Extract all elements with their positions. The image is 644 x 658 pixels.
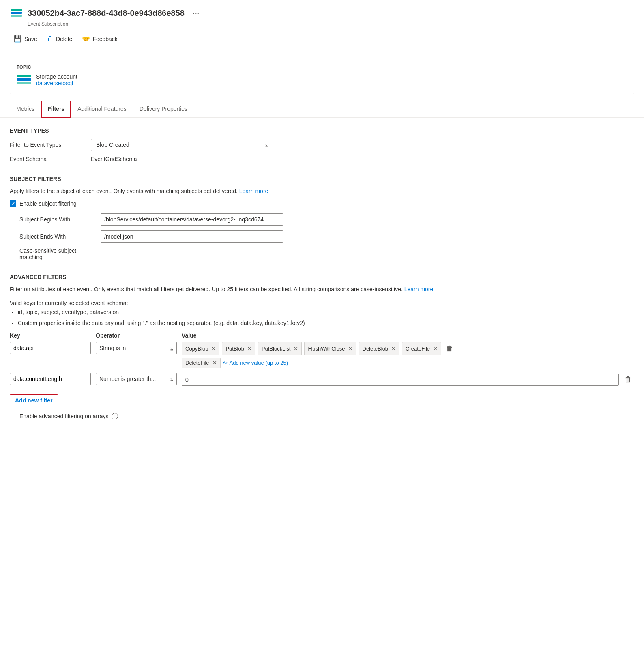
valid-key-item-2: Custom properties inside the data payloa… xyxy=(18,318,634,327)
save-icon: 💾 xyxy=(14,35,22,43)
col-key-header: Key xyxy=(10,332,91,339)
event-schema-value: EventGridSchema xyxy=(91,156,137,162)
save-button[interactable]: 💾 Save xyxy=(10,32,41,45)
event-types-header: EVENT TYPES xyxy=(10,127,634,134)
page-subtitle: Event Subscription xyxy=(28,21,634,27)
subject-begins-with-row: Subject Begins With xyxy=(19,213,634,226)
filter-2-value-input[interactable] xyxy=(182,374,619,386)
page-header: 330052b4-3ac7-888d-43d8-0e943d86e858 ···… xyxy=(0,0,644,51)
tag-putblocklist: PutBlockList ✕ xyxy=(258,342,302,355)
info-icon[interactable]: i xyxy=(112,413,118,419)
topic-type: Storage account xyxy=(36,73,77,80)
add-value-label: Add new value (up to 25) xyxy=(230,360,288,366)
filter-1-value-area: CopyBlob ✕ PutBlob ✕ PutBlockList ✕ Fl xyxy=(182,342,634,368)
tag-putblocklist-label: PutBlockList xyxy=(262,346,291,352)
tag-createfile-remove[interactable]: ✕ xyxy=(433,346,438,352)
case-sensitive-checkbox[interactable] xyxy=(101,251,107,257)
filter-2-operator-text: Number is greater th... xyxy=(99,376,156,382)
enable-subject-filtering-checkbox[interactable]: ✓ xyxy=(10,200,16,207)
enable-subject-filtering-row: ✓ Enable subject filtering xyxy=(10,200,634,207)
toolbar: 💾 Save 🗑 Delete 🤝 Feedback xyxy=(10,30,634,47)
valid-keys-title: Valid keys for currently selected event … xyxy=(10,299,634,307)
enable-advanced-filtering-checkbox[interactable] xyxy=(10,413,16,419)
tag-copyblobble: CopyBlob ✕ xyxy=(182,342,219,355)
event-schema-row: Event Schema EventGridSchema xyxy=(10,156,634,162)
feedback-icon: 🤝 xyxy=(82,35,90,43)
filter-2-value-area: 🗑 xyxy=(182,373,634,386)
case-sensitive-row: Case-sensitive subject matching xyxy=(19,247,634,260)
event-types-value: Blob Created xyxy=(96,142,129,148)
filter-1-operator-text: String is in xyxy=(99,345,126,351)
main-content: EVENT TYPES Filter to Event Types Blob C… xyxy=(0,118,644,429)
topic-content: Storage account dataversetosql xyxy=(17,73,627,87)
topic-label: TOPIC xyxy=(17,65,627,69)
filter-1-operator-dropdown[interactable]: String is in ⦥ xyxy=(96,342,177,354)
subject-ends-with-label: Subject Ends With xyxy=(19,233,101,240)
filter-row-2: Number is greater th... ⦥ 🗑 xyxy=(10,373,634,386)
add-value-button[interactable]: ↵ Add new value (up to 25) xyxy=(223,358,288,368)
filter-2-delete-button[interactable]: 🗑 xyxy=(622,373,634,386)
page-icon xyxy=(10,6,23,19)
valid-keys-list: id, topic, subject, eventtype, dataversi… xyxy=(18,307,634,327)
tag-putblocklist-remove[interactable]: ✕ xyxy=(294,346,298,352)
checkmark-icon: ✓ xyxy=(11,201,15,206)
filter-2-key-input[interactable] xyxy=(10,373,91,385)
subject-begins-with-input[interactable] xyxy=(101,213,283,226)
tab-metrics[interactable]: Metrics xyxy=(10,101,41,118)
subject-ends-with-input[interactable] xyxy=(101,230,283,243)
event-types-dropdown[interactable]: Blob Created ⦥ xyxy=(91,139,273,151)
tag-putblob: PutBlob ✕ xyxy=(222,342,255,355)
advanced-filters-section: ADVANCED FILTERS Filter on attributes of… xyxy=(10,274,634,419)
tag-createfile: CreateFile ✕ xyxy=(402,342,441,355)
subject-filters-learn-more[interactable]: Learn more xyxy=(239,188,268,194)
filter-row-1: String is in ⦥ CopyBlob ✕ PutBlob ✕ xyxy=(10,342,634,368)
advanced-filters-header: ADVANCED FILTERS xyxy=(10,274,634,280)
valid-keys-section: Valid keys for currently selected event … xyxy=(10,299,634,327)
enable-advanced-filtering-label: Enable advanced filtering on arrays xyxy=(19,413,108,419)
tag-deleteblob-remove[interactable]: ✕ xyxy=(391,346,396,352)
tag-putblob-remove[interactable]: ✕ xyxy=(247,346,252,352)
tag-copybob-label: CopyBlob xyxy=(185,346,208,352)
feedback-button[interactable]: 🤝 Feedback xyxy=(78,32,121,45)
advanced-filters-description: Filter on attributes of each event. Only… xyxy=(10,285,634,294)
storage-account-icon xyxy=(17,73,31,87)
subject-begins-with-label: Subject Begins With xyxy=(19,216,101,223)
advanced-filters-learn-more[interactable]: Learn more xyxy=(404,286,434,292)
filter-1-delete-button[interactable]: 🗑 xyxy=(444,342,456,355)
subject-ends-with-row: Subject Ends With xyxy=(19,230,634,243)
filter-table-header: Key Operator Value xyxy=(10,332,634,339)
tab-additional-features[interactable]: Additional Features xyxy=(71,101,133,118)
subject-filters-section: SUBJECT FILTERS Apply filters to the sub… xyxy=(10,176,634,260)
chevron-down-icon-2: ⦥ xyxy=(170,345,173,351)
tag-deletefile: DeleteFile ✕ xyxy=(182,358,221,368)
subject-filters-header: SUBJECT FILTERS xyxy=(10,176,634,182)
tag-copybob-remove[interactable]: ✕ xyxy=(211,346,216,352)
tab-delivery-properties[interactable]: Delivery Properties xyxy=(133,101,194,118)
add-new-filter-label: Add new filter xyxy=(15,397,53,404)
event-types-section: EVENT TYPES Filter to Event Types Blob C… xyxy=(10,127,634,162)
subject-filters-description: Apply filters to the subject of each eve… xyxy=(10,187,634,196)
delete-button[interactable]: 🗑 Delete xyxy=(43,32,76,45)
tag-deletefile-remove[interactable]: ✕ xyxy=(213,360,217,366)
tag-createfile-label: CreateFile xyxy=(406,346,430,352)
tabs-container: Metrics Filters Additional Features Deli… xyxy=(0,101,644,118)
chevron-down-icon: ⦥ xyxy=(265,142,268,148)
add-new-filter-button[interactable]: Add new filter xyxy=(10,394,58,406)
topic-link[interactable]: dataversetosql xyxy=(36,80,73,86)
valid-key-item-1: id, topic, subject, eventtype, dataversi… xyxy=(18,307,634,316)
filter-to-event-types-row: Filter to Event Types Blob Created ⦥ xyxy=(10,139,634,151)
filter-2-operator-dropdown[interactable]: Number is greater th... ⦥ xyxy=(96,373,177,385)
case-sensitive-label: Case-sensitive subject matching xyxy=(19,247,101,260)
tag-deletefile-label: DeleteFile xyxy=(185,360,209,366)
tag-deleteblob: DeleteBlob ✕ xyxy=(359,342,400,355)
col-value-header: Value xyxy=(182,332,634,339)
tab-filters[interactable]: Filters xyxy=(41,101,71,118)
tag-flushwithclose-remove[interactable]: ✕ xyxy=(348,346,353,352)
more-icon[interactable]: ··· xyxy=(193,9,200,18)
filter-1-key-input[interactable] xyxy=(10,342,91,354)
page-title: 330052b4-3ac7-888d-43d8-0e943d86e858 xyxy=(28,9,185,18)
filter-1-tags: CopyBlob ✕ PutBlob ✕ PutBlockList ✕ Fl xyxy=(182,342,634,355)
add-value-icon: ↵ xyxy=(221,359,229,367)
filter-event-types-label: Filter to Event Types xyxy=(10,142,91,148)
tag-flushwithclose-label: FlushWithClose xyxy=(308,346,345,352)
